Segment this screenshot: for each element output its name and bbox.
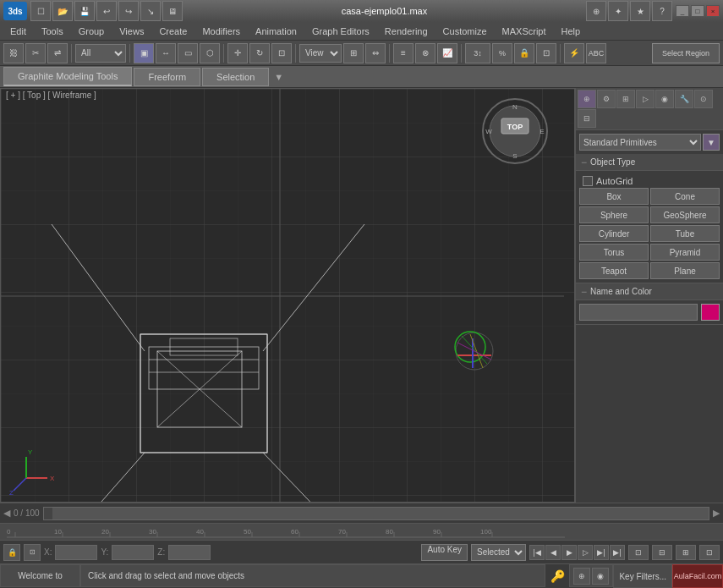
- goto-start-btn[interactable]: |◀: [529, 545, 545, 560]
- transform-tool[interactable]: ✛: [227, 43, 248, 63]
- menu-customize[interactable]: Customize: [436, 25, 494, 38]
- color-swatch[interactable]: [701, 304, 720, 321]
- select-region-btn[interactable]: Select Region: [652, 43, 720, 63]
- curve-editor[interactable]: 📈: [437, 43, 457, 63]
- panel-icon-8[interactable]: ⊟: [578, 109, 596, 128]
- menu-group[interactable]: Group: [72, 25, 112, 38]
- minimize-btn[interactable]: _: [676, 5, 689, 17]
- panel-icon-utilities[interactable]: 🔧: [675, 90, 693, 108]
- redo-btn[interactable]: ↪: [118, 1, 139, 21]
- menu-tools[interactable]: Tools: [35, 25, 70, 38]
- tab-more-arrow[interactable]: ▼: [274, 72, 283, 82]
- prev-frame-btn[interactable]: ◀: [545, 545, 561, 560]
- tab-graphite[interactable]: Graphite Modeling Tools: [3, 67, 132, 86]
- timeline-next-btn[interactable]: ▶: [713, 508, 720, 519]
- object-type-header[interactable]: − Object Type: [576, 154, 723, 171]
- snap-icon[interactable]: ⊕: [573, 568, 590, 585]
- count-btn[interactable]: %: [492, 43, 512, 63]
- prim-torus-btn[interactable]: Torus: [579, 244, 649, 261]
- menu-rendering[interactable]: Rendering: [378, 25, 435, 38]
- prim-cone-btn[interactable]: Cone: [650, 188, 720, 205]
- prim-cylinder-btn[interactable]: Cylinder: [579, 225, 649, 242]
- layer-mgr[interactable]: ≡: [393, 43, 414, 63]
- viewport-config-btn[interactable]: ⊞: [676, 545, 696, 560]
- play-selected-btn[interactable]: ▷: [578, 545, 593, 560]
- timeline-bar[interactable]: [43, 507, 709, 520]
- prim-teapot-btn[interactable]: Teapot: [579, 262, 649, 279]
- tab-selection[interactable]: Selection: [202, 68, 269, 86]
- play-btn[interactable]: ▶: [561, 545, 577, 560]
- prim-box-btn[interactable]: Box: [579, 188, 649, 205]
- name-color-header[interactable]: − Name and Color: [576, 283, 723, 300]
- key-mode-btn[interactable]: ⊡: [628, 545, 649, 560]
- selected-dropdown[interactable]: Selected: [471, 544, 526, 561]
- help-icon[interactable]: ?: [652, 1, 672, 21]
- next-frame-btn[interactable]: ▶|: [594, 545, 609, 560]
- panel-icon-modify[interactable]: ⚙: [597, 90, 616, 108]
- tab-freeform[interactable]: Freeform: [134, 68, 200, 86]
- pct-btn[interactable]: 3↕: [465, 43, 490, 63]
- snap-angle-icon[interactable]: ◉: [592, 568, 609, 585]
- magnet-btn[interactable]: ⊡: [536, 43, 556, 63]
- viewport[interactable]: [ + ] [ Top ] [ Wireframe ]: [0, 88, 575, 503]
- prim-pyramid-btn[interactable]: Pyramid: [650, 244, 720, 261]
- text-btn[interactable]: ABC: [586, 43, 606, 63]
- goto-end-btn[interactable]: ▶|: [610, 545, 625, 560]
- prim-tube-btn[interactable]: Tube: [650, 225, 720, 242]
- link-tool[interactable]: ⛓: [3, 43, 24, 63]
- maximize-btn[interactable]: □: [691, 5, 704, 17]
- panel-icon-hierarchy[interactable]: ⊞: [616, 90, 635, 108]
- menu-help[interactable]: Help: [555, 25, 588, 38]
- abs-rel-icon[interactable]: ⊡: [24, 544, 41, 561]
- close-btn[interactable]: ×: [706, 5, 720, 17]
- lock-btn[interactable]: 🔒: [514, 43, 534, 63]
- menu-animation[interactable]: Animation: [249, 25, 304, 38]
- unlink-tool[interactable]: ✂: [25, 43, 46, 63]
- menu-modifiers[interactable]: Modifiers: [195, 25, 247, 38]
- x-input[interactable]: [55, 545, 97, 560]
- prim-sphere-btn[interactable]: Sphere: [579, 206, 649, 223]
- panel-icon-motion[interactable]: ▷: [636, 90, 655, 108]
- auto-key-btn[interactable]: Auto Key: [421, 544, 468, 561]
- z-input[interactable]: [168, 545, 211, 560]
- primitives-dropdown[interactable]: Standard Primitives: [579, 134, 701, 151]
- rotate-tool[interactable]: ↻: [249, 43, 270, 63]
- view-align[interactable]: ⊞: [343, 43, 364, 63]
- scale-tool[interactable]: ⊡: [271, 43, 292, 63]
- menu-views[interactable]: Views: [112, 25, 151, 38]
- mirror-tool[interactable]: ⇔: [365, 43, 386, 63]
- filter-dropdown[interactable]: All: [75, 44, 126, 63]
- light-btn[interactable]: ⚡: [564, 43, 584, 63]
- select-tool[interactable]: ▣: [134, 43, 154, 63]
- pin-icon[interactable]: ✦: [608, 1, 628, 21]
- panel-icon-7[interactable]: ⊙: [694, 90, 713, 108]
- open-btn[interactable]: 📂: [52, 1, 73, 21]
- menu-graph-editors[interactable]: Graph Editors: [305, 25, 376, 38]
- move-tool[interactable]: ↔: [156, 43, 176, 63]
- star-icon[interactable]: ★: [630, 1, 650, 21]
- y-input[interactable]: [112, 545, 154, 560]
- hold-btn[interactable]: ↘: [140, 1, 161, 21]
- view-dropdown[interactable]: View: [299, 44, 342, 63]
- primitives-dropdown-arrow[interactable]: ▼: [703, 134, 720, 151]
- prim-plane-btn[interactable]: Plane: [650, 262, 720, 279]
- more-btn[interactable]: ⊡: [699, 545, 720, 560]
- new-btn[interactable]: ☐: [30, 1, 51, 21]
- wire-param[interactable]: ⊗: [415, 43, 435, 63]
- panel-icon-create[interactable]: ⊕: [578, 90, 596, 108]
- prim-geosphere-btn[interactable]: GeoSphere: [650, 206, 720, 223]
- key-filters-btn[interactable]: Key Filters...: [613, 564, 672, 588]
- lasso-select[interactable]: ⬡: [200, 43, 220, 63]
- menu-edit[interactable]: Edit: [3, 25, 33, 38]
- panel-icon-display[interactable]: ◉: [655, 90, 674, 108]
- time-config-btn[interactable]: ⊟: [652, 545, 672, 560]
- timeline-prev-btn[interactable]: ◀: [3, 508, 10, 519]
- search-icon[interactable]: ⊕: [586, 1, 606, 21]
- rect-select[interactable]: ▭: [178, 43, 198, 63]
- bind-tool[interactable]: ⇌: [47, 43, 68, 63]
- menu-create[interactable]: Create: [152, 25, 194, 38]
- menu-maxscript[interactable]: MAXScript: [496, 25, 553, 38]
- lock-icon[interactable]: 🔒: [3, 544, 20, 561]
- capture-btn[interactable]: 🖥: [162, 1, 183, 21]
- object-name-input[interactable]: [579, 304, 698, 321]
